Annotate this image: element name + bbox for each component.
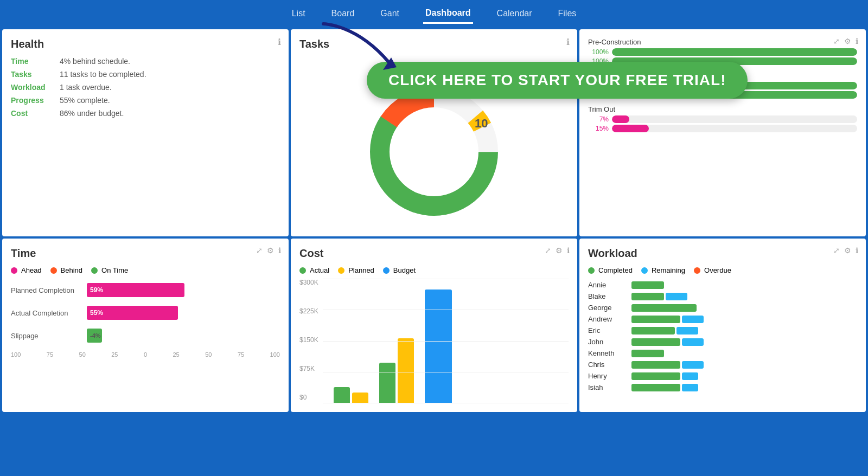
cost-bar-group-2 xyxy=(379,338,414,403)
workload-row-blake: Blake xyxy=(588,292,857,300)
workload-row-andrew: Andrew xyxy=(588,315,857,323)
workload-row-chris: Chris xyxy=(588,361,857,369)
cost-bar-actual-1 xyxy=(334,387,350,403)
info-icon[interactable]: ℹ xyxy=(278,37,281,47)
cta-overlay: CLICK HERE TO START YOUR FREE TRIAL! xyxy=(367,62,748,99)
pre-construction-label: Pre-Construction xyxy=(588,38,857,46)
health-cost-value: 86% under budget. xyxy=(60,109,124,118)
health-tasks-value: 11 tasks to be completed. xyxy=(60,70,146,79)
workload-row-kenneth: Kenneth xyxy=(588,349,857,357)
cost-bar-planned-1 xyxy=(352,393,368,403)
y-label-75k: $75K xyxy=(299,365,318,372)
y-label-150k: $150K xyxy=(299,336,318,344)
legend-on-time: On Time xyxy=(101,266,128,274)
expand-icon[interactable]: ⤢ xyxy=(256,246,263,255)
cta-arrow xyxy=(312,18,399,75)
health-rows: Time4% behind schedule. Tasks11 tasks to… xyxy=(11,57,280,118)
cost-legend: Actual Planned Budget xyxy=(299,266,569,274)
workload-legend: Completed Remaining Overdue xyxy=(588,266,857,274)
progress-card: ⤢ ⚙ ℹ Pre-Construction 100% 100% Constru… xyxy=(579,29,866,236)
time-card-icons: ⤢ ⚙ ℹ xyxy=(256,246,281,255)
health-workload-label: Workload xyxy=(11,83,60,92)
time-card: Time ⤢ ⚙ ℹ Ahead Behind On Time Planned … xyxy=(2,239,289,412)
health-time-label: Time xyxy=(11,57,60,66)
cost-bar-budget-3 xyxy=(425,290,452,403)
info-icon[interactable]: ℹ xyxy=(278,246,281,255)
expand-icon[interactable]: ⤢ xyxy=(545,246,551,255)
info-icon[interactable]: ℹ xyxy=(567,246,570,255)
expand-icon[interactable]: ⤢ xyxy=(833,37,840,46)
health-card: Health ℹ Time4% behind schedule. Tasks11… xyxy=(2,29,289,236)
y-label-225k: $225K xyxy=(299,307,318,315)
actual-completion-label: Actual Completion xyxy=(11,309,87,317)
legend-budget: Budget xyxy=(393,266,416,274)
legend-overdue: Overdue xyxy=(704,266,731,274)
cost-bar-actual-2 xyxy=(379,363,395,403)
cost-bars xyxy=(323,279,569,403)
y-label-300k: $300K xyxy=(299,279,318,286)
gear-icon[interactable]: ⚙ xyxy=(844,246,851,255)
health-workload-value: 1 task overdue. xyxy=(60,83,112,92)
cost-title: Cost xyxy=(299,247,569,260)
trim-out-pct1: 7% xyxy=(588,115,609,123)
legend-ahead: Ahead xyxy=(21,266,42,274)
y-label-0: $0 xyxy=(299,394,318,401)
workload-row-isiah: Isiah xyxy=(588,383,857,391)
cost-chart-area: $300K $225K $150K $75K $0 xyxy=(299,279,569,403)
health-title: Health xyxy=(11,38,280,50)
info-icon[interactable]: ℹ xyxy=(856,37,858,46)
trim-out-section: Trim Out 7% 15% xyxy=(588,105,857,132)
pre-con-pct1: 100% xyxy=(588,48,609,56)
info-icon[interactable]: ℹ xyxy=(856,246,858,255)
actual-completion-row: Actual Completion 55% xyxy=(11,306,280,320)
nav-dashboard[interactable]: Dashboard xyxy=(423,4,473,24)
main-grid: Health ℹ Time4% behind schedule. Tasks11… xyxy=(0,27,868,414)
cost-bar-planned-2 xyxy=(398,338,414,403)
donut-chart: 10 16 xyxy=(358,76,510,228)
workload-card-icons: ⤢ ⚙ ℹ xyxy=(833,246,858,255)
progress-card-icons: ⤢ ⚙ ℹ xyxy=(833,37,858,46)
expand-icon[interactable]: ⤢ xyxy=(833,246,840,255)
gear-icon[interactable]: ⚙ xyxy=(844,37,851,46)
cost-card-icons: ⤢ ⚙ ℹ xyxy=(545,246,570,255)
legend-behind: Behind xyxy=(61,266,82,274)
nav-calendar[interactable]: Calendar xyxy=(495,4,534,23)
slippage-row: Slippage -4% xyxy=(11,329,280,343)
time-title: Time xyxy=(11,247,280,260)
time-x-axis: 1007550250255075100 xyxy=(11,351,280,358)
cost-bar-group-1 xyxy=(334,387,368,403)
gear-icon[interactable]: ⚙ xyxy=(267,246,274,255)
workload-title: Workload xyxy=(588,247,857,260)
pre-construction-section: Pre-Construction 100% 100% xyxy=(588,38,857,65)
workload-row-eric: Eric xyxy=(588,326,857,335)
cost-bar-group-3 xyxy=(425,290,452,403)
nav-list[interactable]: List xyxy=(290,4,308,23)
legend-completed: Completed xyxy=(598,266,633,274)
workload-row-john: John xyxy=(588,338,857,346)
workload-row-annie: Annie xyxy=(588,281,857,289)
planned-completion-label: Planned Completion xyxy=(11,286,87,294)
legend-planned: Planned xyxy=(348,266,374,274)
tasks-card: Tasks ℹ CLICK HERE TO START YOUR FREE TR… xyxy=(291,29,577,236)
slippage-label: Slippage xyxy=(11,332,87,340)
legend-remaining: Remaining xyxy=(652,266,685,274)
workload-row-henry: Henry xyxy=(588,372,857,380)
top-nav: List Board Gant Dashboard Calendar Files xyxy=(0,0,868,27)
health-progress-value: 55% complete. xyxy=(60,96,110,105)
health-cost-label: Cost xyxy=(11,109,60,118)
cost-card: Cost ⤢ ⚙ ℹ Actual Planned Budget $300K $… xyxy=(291,239,577,412)
health-tasks-label: Tasks xyxy=(11,70,60,79)
health-time-value: 4% behind schedule. xyxy=(60,57,130,66)
workload-row-george: George xyxy=(588,304,857,312)
workload-card: Workload ⤢ ⚙ ℹ Completed Remaining Overd… xyxy=(579,239,866,412)
nav-files[interactable]: Files xyxy=(556,4,579,23)
cta-button[interactable]: CLICK HERE TO START YOUR FREE TRIAL! xyxy=(367,62,748,99)
legend-actual: Actual xyxy=(310,266,329,274)
tasks-info-icon[interactable]: ℹ xyxy=(566,37,570,47)
planned-completion-row: Planned Completion 59% xyxy=(11,283,280,297)
trim-out-pct2: 15% xyxy=(588,125,609,132)
donut-label-not-started: 10 xyxy=(475,117,488,130)
time-legend: Ahead Behind On Time xyxy=(11,266,280,274)
gear-icon[interactable]: ⚙ xyxy=(556,246,563,255)
trim-out-label: Trim Out xyxy=(588,105,857,113)
